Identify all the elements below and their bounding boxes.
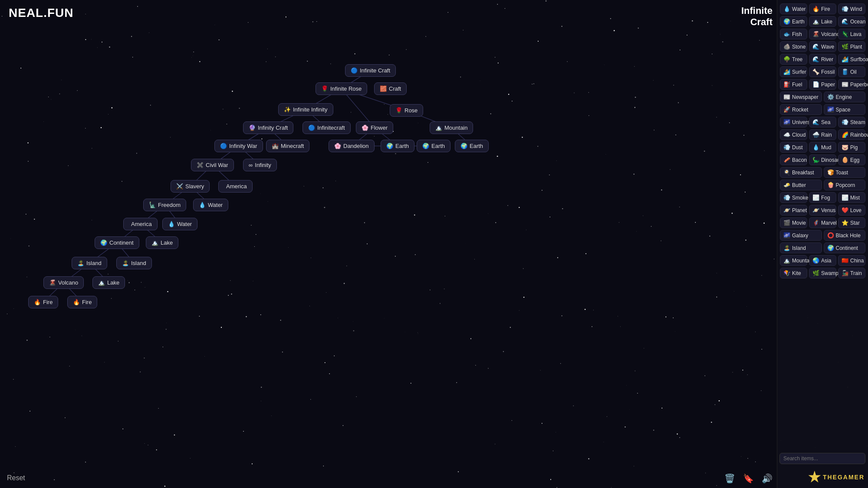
sidebar-item[interactable]: 🇨🇳China — [838, 255, 865, 266]
sidebar-item[interactable]: 💨Dust — [780, 142, 807, 153]
craft-node[interactable]: America — [218, 180, 253, 193]
sidebar[interactable]: 💧Water🔥Fire💨Wind🌍Earth🏔️Lake🌊Ocean🐟Fish🌋… — [777, 0, 868, 488]
craft-node[interactable]: 🌍Earth — [455, 140, 489, 152]
craft-node[interactable]: 🌋Volcano — [43, 276, 84, 289]
craft-node[interactable]: 🏔️Lake — [146, 236, 178, 249]
craft-node[interactable]: 🏔️Mountain — [430, 121, 473, 134]
trash-icon[interactable]: 🗑️ — [724, 473, 735, 484]
craft-node[interactable]: 🔥Fire — [67, 296, 97, 308]
reset-button[interactable]: Reset — [7, 474, 25, 482]
sidebar-item[interactable]: 🌧️Rain — [809, 129, 836, 140]
sidebar-item[interactable]: 🪨Stone — [780, 41, 807, 52]
sidebar-item[interactable]: 🧈Butter — [780, 180, 822, 190]
craft-node[interactable]: ⚔️Slavery — [171, 180, 210, 193]
sidebar-item[interactable]: 🏔️Lake — [809, 16, 836, 27]
sidebar-item[interactable]: 🏄Surfer — [780, 66, 807, 77]
craft-node[interactable]: 🌸Flower — [356, 121, 393, 134]
craft-node[interactable]: 🏔️Lake — [92, 276, 125, 289]
sidebar-item[interactable]: 🦎Lava — [838, 29, 865, 39]
sidebar-item[interactable]: 🦴Fossil — [809, 66, 836, 77]
sidebar-item[interactable]: 🍳Breakfast — [780, 167, 822, 178]
sidebar-item[interactable]: 🌌Galaxy — [780, 230, 822, 241]
sidebar-item[interactable]: 💨Wind — [838, 3, 865, 14]
craft-node[interactable]: America — [123, 218, 158, 230]
craft-node[interactable]: 🌍Earth — [417, 140, 450, 152]
sidebar-item[interactable]: 🌌Space — [824, 104, 866, 115]
sidebar-item[interactable]: 🪐Venus — [809, 205, 836, 216]
craft-node[interactable]: ✖️Civil War — [191, 159, 234, 171]
sidebar-item[interactable]: 🌊Wave — [809, 41, 836, 52]
craft-node[interactable]: 💧Water — [162, 218, 197, 230]
craft-node[interactable]: ∞Infinity — [243, 159, 277, 171]
craft-node[interactable]: 🌸Dandelion — [329, 140, 375, 152]
sidebar-item[interactable]: 🌊River — [809, 54, 836, 65]
sidebar-item[interactable]: ⛽Fuel — [780, 79, 807, 90]
sidebar-item[interactable]: 🌫️Mist — [838, 192, 865, 203]
sidebar-item[interactable]: 🌫️Fog — [809, 192, 836, 203]
sidebar-item[interactable]: ❤️Love — [838, 205, 865, 216]
craft-node[interactable]: 🔥Fire — [28, 296, 58, 308]
craft-node[interactable]: 🔮Infinity Craft — [243, 121, 293, 134]
sidebar-item[interactable]: 🌿Swamp — [809, 268, 836, 278]
sidebar-item[interactable]: 🌊Sea — [809, 117, 836, 128]
sidebar-item[interactable]: 🌊Ocean — [838, 16, 865, 27]
sidebar-item[interactable]: 🍿Popcorn — [824, 180, 866, 190]
sidebar-row: 💧Water🔥Fire💨Wind — [780, 3, 865, 14]
sidebar-item[interactable]: 📄Paper — [809, 79, 836, 90]
craft-node[interactable]: 💧Water — [193, 199, 228, 211]
craft-node[interactable]: 🗽Freedom — [143, 199, 186, 211]
sidebar-item[interactable]: 🏔️Mountain — [780, 255, 807, 266]
craft-node[interactable]: 🏝️Island — [116, 257, 152, 269]
sidebar-item[interactable]: 🪁Kite — [780, 268, 807, 278]
sidebar-item[interactable]: 🦕Dinosaur — [809, 154, 836, 165]
sidebar-item[interactable]: 💧Mud — [809, 142, 836, 153]
craft-node[interactable]: 🔵Infinitecraft — [302, 121, 351, 134]
craft-node[interactable]: 🔵Infinity War — [214, 140, 263, 152]
sidebar-item[interactable]: 🛢️Oil — [838, 66, 865, 77]
sidebar-item[interactable]: ⚙️Engine — [824, 92, 866, 102]
sidebar-item[interactable]: 🐷Pig — [838, 142, 865, 153]
bookmark-icon[interactable]: 🔖 — [743, 473, 754, 484]
sidebar-item[interactable]: 🎬Movie — [780, 217, 807, 228]
sidebar-item[interactable]: 🔥Fire — [809, 3, 836, 14]
sidebar-item[interactable]: 📰Paperboy — [838, 79, 865, 90]
craft-node[interactable]: 🌍Earth — [381, 140, 414, 152]
sidebar-item[interactable]: ⭕Black Hole — [824, 230, 866, 241]
craft-node[interactable]: 🌹Infinite Rose — [316, 82, 367, 95]
craft-node[interactable]: 🔵Infinite Craft — [345, 64, 396, 77]
craft-node[interactable]: 🌍Continent — [95, 236, 139, 249]
sidebar-item[interactable]: 🪐Planet — [780, 205, 807, 216]
search-container[interactable] — [779, 453, 865, 464]
sidebar-item[interactable]: 🍞Toast — [824, 167, 866, 178]
sidebar-item[interactable]: ⭐Star — [838, 217, 865, 228]
craft-canvas[interactable]: 🔥Fire🔥Fire🌋Volcano🏔️Lake🏝️Island🏝️Island… — [0, 0, 777, 488]
sidebar-item[interactable]: 🚂Train — [838, 268, 865, 278]
sidebar-item[interactable]: 💧Water — [780, 3, 807, 14]
sidebar-item[interactable]: 🌍Earth — [780, 16, 807, 27]
sidebar-item[interactable]: 🌳Tree — [780, 54, 807, 65]
craft-node[interactable]: 🧱Craft — [374, 82, 407, 95]
sidebar-item[interactable]: ☁️Cloud — [780, 129, 807, 140]
sidebar-item[interactable]: 🌌Universe — [780, 117, 807, 128]
sidebar-item[interactable]: 🌋Volcano — [809, 29, 836, 39]
craft-node[interactable]: 🏰Minecraft — [266, 140, 309, 152]
sidebar-item[interactable]: 🚀Rocket — [780, 104, 822, 115]
sidebar-item[interactable]: 🌍Continent — [824, 242, 866, 253]
sidebar-item[interactable]: 📰Newspaper — [780, 92, 822, 102]
sidebar-item[interactable]: 🌈Rainbow — [838, 129, 865, 140]
volume-icon[interactable]: 🔊 — [762, 473, 773, 484]
craft-node[interactable]: 🌹Rose — [390, 104, 423, 117]
sidebar-item[interactable]: 🥓Bacon — [780, 154, 807, 165]
sidebar-item[interactable]: 💨Steam — [838, 117, 865, 128]
sidebar-item[interactable]: 🌏Asia — [809, 255, 836, 266]
craft-node[interactable]: ✨Infinite Infinity — [278, 103, 333, 116]
sidebar-item[interactable]: 🐟Fish — [780, 29, 807, 39]
search-input[interactable] — [779, 453, 865, 464]
sidebar-item[interactable]: 🌿Plant — [838, 41, 865, 52]
craft-node[interactable]: 🏝️Island — [72, 257, 107, 269]
sidebar-item[interactable]: 🥚Egg — [838, 154, 865, 165]
sidebar-item[interactable]: 💨Smoke — [780, 192, 807, 203]
sidebar-item[interactable]: 🦸Marvel — [809, 217, 836, 228]
sidebar-item[interactable]: 🏄Surfboard — [838, 54, 865, 65]
sidebar-item[interactable]: 🏝️Island — [780, 242, 822, 253]
